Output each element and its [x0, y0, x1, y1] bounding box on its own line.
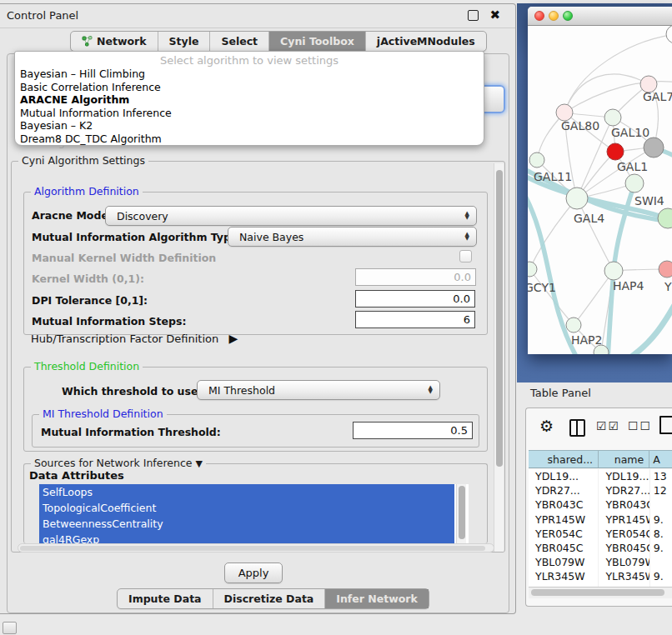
cell[interactable]: 8.	[650, 527, 672, 541]
collapse-arrow-icon[interactable]: ▼	[195, 458, 202, 469]
list-item-selected[interactable]: BetweennessCentrality	[39, 516, 454, 532]
cell[interactable]: 9.	[650, 512, 672, 527]
cell[interactable]: YLR345W	[599, 569, 649, 583]
table-row[interactable]: YBL079WYBL079W	[529, 555, 672, 569]
popup-item-dream8[interactable]: Dream8 DC_TDC Algorithm	[15, 132, 484, 146]
tab-infer-network[interactable]: Infer Network	[325, 589, 429, 608]
tab-cyni-toolbox[interactable]: Cyni Toolbox	[269, 32, 366, 51]
minimize-traffic-light-icon[interactable]	[549, 11, 559, 21]
popup-item-mutual-information[interactable]: Mutual Information Inference	[15, 107, 484, 120]
tab-network[interactable]: Network	[71, 32, 158, 51]
network-canvas[interactable]: GAL7 GAL80 GAL10 GAL1 GAL11 SWI4 GAL4 GC…	[528, 26, 672, 354]
close-traffic-light-icon[interactable]	[534, 11, 544, 21]
scrollbar-thumb[interactable]	[459, 486, 465, 539]
document-icon[interactable]	[659, 416, 672, 434]
column-header-name[interactable]: name	[599, 451, 649, 468]
gear-icon[interactable]: ⚙	[539, 417, 554, 435]
expand-arrow-icon[interactable]: ▶	[228, 332, 238, 345]
table-row[interactable]: YBR043CYBR043C	[529, 498, 672, 512]
tab-jactivemnodules[interactable]: jActiveMNodules	[366, 32, 486, 51]
kernel-width-field[interactable]	[355, 268, 476, 286]
node-gal11[interactable]	[529, 152, 544, 168]
node-salmon[interactable]	[659, 261, 672, 278]
table-row[interactable]: YER054CYER054C8.	[529, 527, 672, 541]
cell[interactable]: YLR345W	[529, 569, 599, 583]
table-horizontal-scrollbar[interactable]	[529, 587, 672, 598]
tab-style[interactable]: Style	[158, 32, 211, 51]
cell[interactable]: 12	[650, 483, 672, 498]
table-row[interactable]: YDL19...YDL19...13	[529, 469, 672, 483]
list-vertical-scrollbar[interactable]	[456, 484, 466, 544]
dpi-tolerance-field[interactable]	[355, 290, 475, 308]
popup-item-aracne[interactable]: ARACNE Algorithm	[15, 93, 484, 107]
scrollbar-thumb[interactable]	[496, 170, 503, 467]
cell[interactable]: YDR27...	[529, 483, 599, 498]
cell[interactable]: 13	[650, 469, 672, 483]
table-row[interactable]: YBR045CYBR045C9.	[529, 541, 672, 555]
cell[interactable]: YER054C	[529, 527, 599, 541]
mi-threshold-field[interactable]	[353, 422, 473, 439]
column-header-partial[interactable]: A	[649, 451, 672, 468]
popup-item-basic-correlation[interactable]: Basic Correlation Inference	[15, 81, 484, 94]
node-hap2[interactable]	[566, 318, 581, 332]
tab-discretize-data[interactable]: Discretize Data	[213, 589, 326, 608]
cell[interactable]: YDR27...	[599, 483, 649, 498]
node-gray[interactable]	[644, 138, 664, 158]
cell[interactable]: YBL079W	[599, 555, 649, 569]
list-item-selected[interactable]: gal4RGexp	[39, 532, 454, 544]
mi-type-combo[interactable]: Naive Bayes ▲▼	[228, 227, 477, 247]
table-row[interactable]: YDR27...YDR27...12	[529, 483, 672, 498]
list-item-selected[interactable]: SelfLoops	[39, 484, 454, 500]
node-gal10[interactable]	[604, 109, 621, 126]
cell[interactable]: YBR045C	[529, 541, 599, 555]
popup-item-bayesian-k2[interactable]: Bayesian – K2	[15, 119, 484, 132]
tab-select[interactable]: Select	[210, 32, 269, 51]
node-right-green[interactable]	[658, 208, 672, 228]
cell[interactable]: YBL079W	[529, 555, 599, 569]
collapsed-panel-button[interactable]	[3, 622, 17, 634]
settings-horizontal-scrollbar[interactable]	[18, 543, 494, 552]
node-gal80[interactable]	[556, 104, 573, 121]
close-icon[interactable]: ✖	[489, 8, 500, 22]
scrollbar-thumb[interactable]	[531, 589, 664, 596]
cell[interactable]: YBR045C	[599, 541, 649, 555]
apply-button[interactable]: Apply	[224, 562, 283, 583]
column-header-shared-name[interactable]: shared...	[529, 451, 599, 468]
aracne-mode-combo[interactable]: Discovery ▲▼	[105, 206, 477, 226]
tab-impute-data[interactable]: Impute Data	[118, 589, 213, 608]
node-top-right[interactable]	[666, 26, 672, 43]
cell[interactable]: YPR145W	[599, 512, 649, 527]
manual-kernel-checkbox[interactable]	[459, 250, 472, 262]
cell[interactable]: YER054C	[599, 527, 649, 541]
cell[interactable]: YDL19...	[529, 469, 599, 483]
hub-definition-expander[interactable]: Hub/Transcription Factor Definition ▶	[31, 332, 238, 345]
table-row[interactable]: YPR145WYPR145W9.	[529, 512, 672, 527]
columns-icon[interactable]	[569, 419, 585, 437]
data-attributes-list[interactable]: SelfLoops TopologicalCoefficient Between…	[39, 484, 469, 544]
cell[interactable]: 9.	[650, 569, 672, 583]
node-gcy1[interactable]	[528, 262, 537, 277]
scrollbar-thumb[interactable]	[20, 546, 485, 551]
node-red-selected[interactable]	[607, 143, 624, 160]
settings-vertical-scrollbar[interactable]	[494, 163, 504, 552]
cell[interactable]	[650, 498, 672, 512]
zoom-traffic-light-icon[interactable]	[563, 11, 573, 21]
cell[interactable]: YDL19...	[599, 469, 649, 483]
cell[interactable]: YBR043C	[529, 498, 599, 512]
list-item-selected[interactable]: TopologicalCoefficient	[39, 500, 454, 516]
which-threshold-combo[interactable]: MI Threshold ▲▼	[197, 380, 440, 400]
cell[interactable]: YBR043C	[599, 498, 649, 512]
cell[interactable]	[650, 555, 672, 569]
node-hap4[interactable]	[604, 262, 623, 280]
popup-item-bayesian-hill-climbing[interactable]: Bayesian – Hill Climbing	[15, 68, 484, 81]
network-window-titlebar[interactable]	[528, 7, 672, 26]
deselect-checks-icon[interactable]: ☐☐	[628, 419, 652, 432]
float-window-icon[interactable]	[468, 10, 479, 21]
node-gal4[interactable]	[566, 188, 588, 209]
mi-steps-field[interactable]	[355, 311, 475, 328]
select-all-checks-icon[interactable]: ☑☑	[596, 419, 620, 432]
table-row[interactable]: YLR345WYLR345W9.	[529, 569, 672, 583]
node-gal1[interactable]	[625, 174, 644, 192]
cell[interactable]: 9.	[650, 541, 672, 555]
cell[interactable]: YPR145W	[529, 512, 599, 527]
